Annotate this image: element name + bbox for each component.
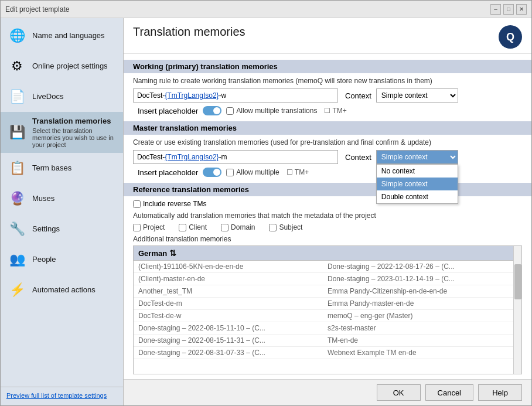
dropdown-no-context[interactable]: No context [377,165,458,178]
window-title: Edit project template [5,5,69,13]
master-tm-input-row: DocTest-{TmTrgLangIso2}-m Context Simple… [133,150,522,164]
dropdown-double-context[interactable]: Double context [377,190,458,203]
window-controls: – □ ✕ [490,4,527,15]
include-reverse-label: Include reverse TMs [143,200,207,208]
meta-subject-checkbox[interactable] [269,224,277,231]
working-insert-placeholder-label: Insert placeholder [138,107,198,115]
master-context-dropdown: Simple context No context Simple context… [376,150,458,164]
meta-domain-checkbox[interactable] [221,224,229,231]
sidebar-label-people: People [32,255,56,264]
sidebar-item-name-and-languages[interactable]: 🌐 Name and languages [1,21,123,51]
meta-domain: Domain [221,223,255,231]
sidebar-item-translation-memories[interactable]: 💾 Translation memories Select the transl… [1,112,123,153]
table-row: (Client)-191106-5KN-en-de-en-de Done-sta… [134,261,521,273]
working-tm-input-row: DocTest-{TmTrgLangIso2}-w Context Simple… [133,88,522,103]
meta-project-checkbox[interactable] [133,224,141,231]
sidebar: 🌐 Name and languages ⚙ Online project se… [1,18,124,405]
working-tm-desc: Naming rule to create working translatio… [133,77,522,85]
working-tm-plus: ☐ TM+ [324,107,346,115]
minimize-button[interactable]: – [490,4,501,15]
master-placeholder-row: Insert placeholder Allow multiple ☐ TM+ [133,168,522,177]
content-area: 🌐 Name and languages ⚙ Online project se… [1,18,531,405]
master-tm-desc: Create or use existing translation memor… [133,138,522,146]
context-dropdown-menu: No context Simple context Double context [376,164,458,204]
include-reverse-checkbox[interactable] [133,200,141,208]
title-bar: Edit project template – □ ✕ [1,1,531,18]
maximize-button[interactable]: □ [503,4,514,15]
working-tm-input[interactable]: DocTest-{TmTrgLangIso2}-w [133,88,338,103]
memoq-logo: Q [499,25,522,49]
preview-full-list-link[interactable]: Preview full list of template settings [6,392,107,399]
settings-icon: ⚙ [6,56,28,77]
sidebar-item-people[interactable]: 👥 People [1,244,123,275]
master-tm-plus: ☐ TM+ [287,168,309,176]
working-placeholder-row: Insert placeholder Allow multiple transl… [133,106,522,115]
working-context-label: Context [345,91,371,100]
sidebar-item-livedocs[interactable]: 📄 LiveDocs [1,81,123,112]
master-tm-header: Master translation memories [124,121,531,135]
master-insert-placeholder-label: Insert placeholder [138,168,198,177]
main-window: Edit project template – □ ✕ 🌐 Name and l… [0,0,532,406]
master-tm-input[interactable]: DocTest-{TmTrgLangIso2}-m [133,150,338,164]
scrollbar-thumb[interactable] [514,264,521,299]
sidebar-item-settings[interactable]: 🔧 Settings [1,214,123,244]
sidebar-label-translation-memories: Translation memories [32,117,117,126]
table-row: Done-staging – 2022-08-15-11-10 – (C... … [134,322,521,335]
meta-client-checkbox[interactable] [179,224,186,231]
sidebar-item-automated-actions[interactable]: ⚡ Automated actions [1,275,123,305]
table-row: (Client)-master-en-de Done-staging – 202… [134,273,521,285]
sidebar-item-muses[interactable]: 🔮 Muses [1,183,123,214]
working-allow-multiple-checkbox[interactable] [226,107,234,115]
termbases-icon: 📋 [6,158,28,179]
working-allow-multiple-label: Allow multiple translations [226,107,317,115]
meta-subject: Subject [269,223,302,231]
table-row: Done-staging – 2022-08-31-07-33 – (C... … [134,347,521,359]
wrench-icon: 🔧 [6,219,28,240]
tm-table-body[interactable]: (Client)-191106-5KN-en-de-en-de Done-sta… [134,261,521,371]
page-title: Translation memories [133,25,245,39]
globe-icon: 🌐 [6,25,28,46]
sort-icon: ⇅ [169,248,176,258]
sidebar-item-term-bases[interactable]: 📋 Term bases [1,153,123,183]
ok-button[interactable]: OK [377,384,421,401]
additional-tm-label: Additional translation memories [133,235,522,243]
memory-icon: 💾 [6,122,28,143]
working-tm-header: Working (primary) translation memories [124,60,531,73]
sidebar-label-name-and-languages: Name and languages [32,31,105,40]
table-row: DocTest-de-w memoQ – eng-ger (Master) [134,310,521,322]
meta-client: Client [179,223,207,231]
automated-icon: ⚡ [6,279,28,301]
meta-project: Project [133,223,165,231]
tm-table: German ⇅ (Client)-191106-5KN-en-de-en-de… [133,245,522,374]
muses-icon: 🔮 [6,188,28,209]
master-context-label: Context [345,153,371,162]
sidebar-item-online-project-settings[interactable]: ⚙ Online project settings [1,51,123,81]
master-context-select[interactable]: Simple context [376,150,458,164]
auto-add-desc: Automatically add translation memories t… [133,211,522,220]
scrollbar-track [513,246,521,374]
master-allow-multiple-checkbox[interactable] [226,169,234,176]
help-button[interactable]: Help [478,384,522,401]
cancel-button[interactable]: Cancel [425,384,473,401]
master-allow-multiple-label: Allow multiple [226,168,279,176]
sidebar-label-livedocs: LiveDocs [32,92,63,101]
meta-checkboxes: Project Client Domain Subject [133,223,522,231]
dropdown-simple-context[interactable]: Simple context [377,178,458,190]
tm-column-header: German [138,249,167,258]
close-button[interactable]: ✕ [516,4,527,15]
table-row: DocTest-de-m Emma Pandy-master-en-de [134,298,521,310]
sidebar-label-online-project-settings: Online project settings [32,62,108,71]
sidebar-label-automated-actions: Automated actions [32,285,96,295]
main-header: Translation memories Q [124,18,531,54]
people-icon: 👥 [6,249,28,270]
include-reverse-row: Include reverse TMs [133,200,522,208]
working-insert-placeholder-toggle[interactable] [203,106,221,115]
sidebar-sub-translation-memories: Select the translation memories you wish… [32,127,117,148]
sidebar-label-term-bases: Term bases [32,163,71,173]
working-context-select[interactable]: Simple context No context Double context [376,88,458,103]
table-row: Done-staging – 2022-08-15-11-31 – (C... … [134,335,521,347]
livedocs-icon: 📄 [6,86,28,107]
sidebar-label-muses: Muses [32,194,54,203]
master-insert-placeholder-toggle[interactable] [203,168,221,177]
reference-tm-header: Reference translation memories [124,183,531,196]
